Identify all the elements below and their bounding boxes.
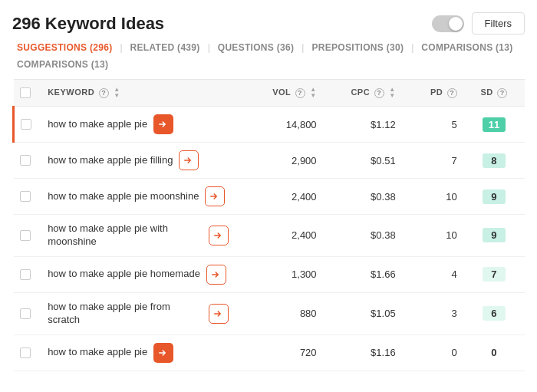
keyword-link-button[interactable] [153,114,173,134]
vol-value: 880 [235,292,323,334]
table-row: how to make apple pie filling 2,900$0.51… [14,143,525,179]
pd-value: 0 [402,334,463,371]
row-checkbox[interactable] [21,119,31,130]
cpc-value: $0.51 [323,143,402,179]
vol-value: 1,300 [235,256,323,292]
sd-badge: 9 [483,189,506,204]
row-checkbox[interactable] [20,191,31,202]
keyword-table: KEYWORD ? ▲▼ VOL ? ▲▼ CPC ? ▲▼ PD ? [12,79,525,371]
sd-badge: 6 [483,306,506,321]
cpc-value: $0.38 [323,215,402,257]
keyword-sort-arrows[interactable]: ▲▼ [114,87,120,99]
cpc-value: $1.05 [323,292,402,334]
sd-badge: 9 [483,228,506,242]
keyword-text: how to make apple pie [48,346,147,359]
pd-value: 7 [402,143,463,179]
sd-badge: 11 [483,117,506,132]
pd-value: 10 [402,215,463,257]
vol-value: 2,400 [235,179,323,215]
keyword-text: how to make apple pie with moonshine [48,222,203,249]
sd-badge: 7 [483,267,506,282]
sd-value: 0 [463,334,525,371]
table-row: how to make apple pie with moonshine 2,4… [14,215,525,257]
sd-value: 11 [463,107,525,143]
row-checkbox[interactable] [20,308,31,319]
tab-prepositions[interactable]: PREPOSITIONS (30) [307,41,408,54]
row-checkbox[interactable] [20,348,31,358]
th-cpc: CPC ? ▲▼ [323,80,402,107]
keyword-link-button[interactable] [209,226,229,245]
table-row: how to make apple pie from scratch 880$1… [14,292,525,334]
page-title: 296 Keyword Ideas [12,14,164,34]
pd-value: 4 [402,256,463,292]
cpc-value: $1.12 [323,107,402,143]
tab-related[interactable]: RELATED (439) [126,41,205,54]
keyword-link-button[interactable] [205,186,225,206]
sd-badge: 8 [483,153,506,168]
header-controls: Filters [432,12,525,35]
vol-sort-arrows[interactable]: ▲▼ [310,87,316,99]
table-row: how to make apple pie homemade 1,300$1.6… [14,256,525,292]
keyword-text: how to make apple pie homemade [48,268,200,281]
th-checkbox [14,80,42,107]
keyword-table-wrapper: KEYWORD ? ▲▼ VOL ? ▲▼ CPC ? ▲▼ PD ? [0,79,537,371]
vol-value: 2,400 [235,215,323,257]
pd-value: 3 [402,292,463,334]
filters-button[interactable]: Filters [472,12,525,35]
th-vol: VOL ? ▲▼ [235,80,323,107]
sd-value: 8 [463,143,525,179]
vol-value: 720 [235,334,323,371]
select-all-checkbox[interactable] [20,87,31,98]
table-row: how to make apple pie moonshine 2,400$0.… [14,179,525,215]
cpc-value: $0.38 [323,179,402,215]
keyword-text: how to make apple pie [48,118,147,131]
table-row: how to make apple pie 14,800$1.12511 [14,107,525,143]
toggle-switch[interactable] [432,15,464,32]
tabs-bar: SUGGESTIONS (296) | RELATED (439) | QUES… [0,41,537,79]
table-body: how to make apple pie 14,800$1.12511how … [14,107,525,371]
page-header: 296 Keyword Ideas Filters [0,0,537,41]
keyword-link-button[interactable] [153,343,173,363]
row-checkbox[interactable] [20,155,31,166]
cpc-help-icon[interactable]: ? [374,88,384,98]
keyword-text: how to make apple pie moonshine [48,190,199,203]
tab-questions[interactable]: QUESTIONS (36) [213,41,299,54]
sd-help-icon[interactable]: ? [497,88,507,98]
pd-value: 5 [402,107,463,143]
keyword-link-button[interactable] [209,304,229,324]
pd-value: 10 [402,179,463,215]
table-header-row: KEYWORD ? ▲▼ VOL ? ▲▼ CPC ? ▲▼ PD ? [14,80,525,107]
keyword-text: how to make apple pie filling [48,154,173,167]
vol-help-icon[interactable]: ? [295,88,305,98]
keyword-help-icon[interactable]: ? [99,88,109,98]
tab-suggestions[interactable]: SUGGESTIONS (296) [12,41,117,54]
sd-value: 9 [463,215,525,257]
vol-value: 14,800 [235,107,323,143]
tab-comparisons2[interactable]: COMPARISONS (13) [12,58,113,71]
th-keyword: KEYWORD ? ▲▼ [41,80,235,107]
vol-value: 2,900 [235,143,323,179]
keyword-text: how to make apple pie from scratch [48,301,203,327]
keyword-link-button[interactable] [179,150,199,170]
keyword-link-button[interactable] [206,265,226,285]
th-pd: PD ? [402,80,463,107]
row-checkbox[interactable] [20,230,31,241]
tab-comparisons[interactable]: COMPARISONS (13) [417,41,517,54]
pd-help-icon[interactable]: ? [447,88,457,98]
cpc-sort-arrows[interactable]: ▲▼ [389,87,395,99]
sd-value: 6 [463,292,525,334]
table-row: how to make apple pie 720$1.1600 [14,334,525,371]
th-sd: SD ? [463,80,525,107]
cpc-value: $1.16 [323,334,402,371]
row-checkbox[interactable] [20,269,31,280]
cpc-value: $1.66 [323,256,402,292]
sd-value: 9 [463,179,525,215]
sd-value: 7 [463,256,525,292]
